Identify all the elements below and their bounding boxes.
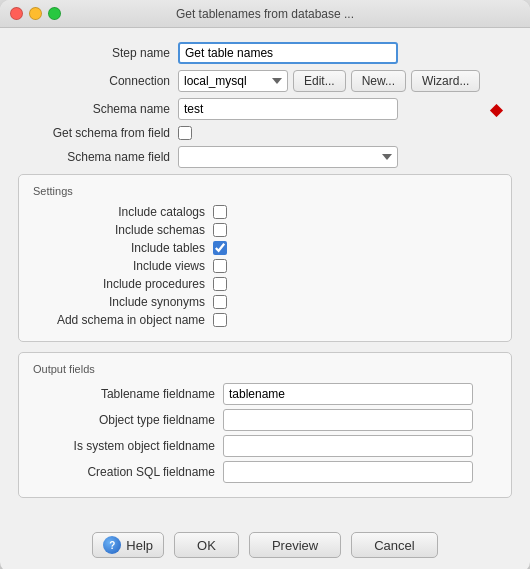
is-system-label: Is system object fieldname: [33, 439, 223, 453]
new-button[interactable]: New...: [351, 70, 406, 92]
traffic-lights: [10, 7, 61, 20]
schema-name-label: Schema name: [18, 102, 178, 116]
include-schemas-checkbox[interactable]: [213, 223, 227, 237]
close-button[interactable]: [10, 7, 23, 20]
output-fields-label: Output fields: [33, 363, 497, 375]
include-synonyms-label: Include synonyms: [33, 295, 213, 309]
include-tables-checkbox[interactable]: [213, 241, 227, 255]
main-window: Get tablenames from database ... Step na…: [0, 0, 530, 569]
is-system-input[interactable]: [223, 435, 473, 457]
schema-field-row: Schema name field: [18, 146, 512, 168]
connection-row: Connection local_mysql Edit... New... Wi…: [18, 70, 512, 92]
add-schema-checkbox[interactable]: [213, 313, 227, 327]
connection-label: Connection: [18, 74, 178, 88]
preview-button[interactable]: Preview: [249, 532, 341, 558]
object-type-input[interactable]: [223, 409, 473, 431]
get-schema-checkbox[interactable]: [178, 126, 192, 140]
step-name-row: Step name: [18, 42, 512, 64]
include-synonyms-checkbox[interactable]: [213, 295, 227, 309]
help-globe-icon: ?: [103, 536, 121, 554]
include-schemas-label: Include schemas: [33, 223, 213, 237]
help-label: Help: [126, 538, 153, 553]
schema-field-select[interactable]: [178, 146, 398, 168]
tablename-row: Tablename fieldname: [33, 383, 497, 405]
step-name-label: Step name: [18, 46, 178, 60]
include-tables-row: Include tables: [33, 241, 497, 255]
creation-sql-row: Creation SQL fieldname: [33, 461, 497, 483]
include-views-checkbox[interactable]: [213, 259, 227, 273]
creation-sql-label: Creation SQL fieldname: [33, 465, 223, 479]
schema-name-input[interactable]: [178, 98, 398, 120]
wizard-button[interactable]: Wizard...: [411, 70, 480, 92]
creation-sql-input[interactable]: [223, 461, 473, 483]
settings-section: Settings Include catalogs Include schema…: [18, 174, 512, 342]
output-fields-section: Output fields Tablename fieldname Object…: [18, 352, 512, 498]
include-synonyms-row: Include synonyms: [33, 295, 497, 309]
edit-button[interactable]: Edit...: [293, 70, 346, 92]
include-catalogs-label: Include catalogs: [33, 205, 213, 219]
include-schemas-row: Include schemas: [33, 223, 497, 237]
tablename-label: Tablename fieldname: [33, 387, 223, 401]
schema-field-label: Schema name field: [18, 150, 178, 164]
include-procedures-checkbox[interactable]: [213, 277, 227, 291]
include-procedures-row: Include procedures: [33, 277, 497, 291]
maximize-button[interactable]: [48, 7, 61, 20]
footer-bar: ? Help OK Preview Cancel: [0, 522, 530, 569]
include-views-label: Include views: [33, 259, 213, 273]
cancel-button[interactable]: Cancel: [351, 532, 437, 558]
settings-label: Settings: [33, 185, 497, 197]
get-schema-label: Get schema from field: [18, 126, 178, 140]
minimize-button[interactable]: [29, 7, 42, 20]
get-schema-row: Get schema from field: [18, 126, 512, 140]
tablename-input[interactable]: [223, 383, 473, 405]
include-procedures-label: Include procedures: [33, 277, 213, 291]
dialog-content: Step name Connection local_mysql Edit...…: [0, 28, 530, 522]
title-bar: Get tablenames from database ...: [0, 0, 530, 28]
step-name-input[interactable]: [178, 42, 398, 64]
ok-button[interactable]: OK: [174, 532, 239, 558]
add-schema-label: Add schema in object name: [33, 313, 213, 327]
include-catalogs-row: Include catalogs: [33, 205, 497, 219]
schema-name-row: Schema name ◆: [18, 98, 512, 120]
include-views-row: Include views: [33, 259, 497, 273]
help-button[interactable]: ? Help: [92, 532, 164, 558]
include-catalogs-checkbox[interactable]: [213, 205, 227, 219]
object-type-row: Object type fieldname: [33, 409, 497, 431]
include-tables-label: Include tables: [33, 241, 213, 255]
object-type-label: Object type fieldname: [33, 413, 223, 427]
schema-warning-icon: ◆: [490, 100, 502, 119]
connection-select[interactable]: local_mysql: [178, 70, 288, 92]
is-system-row: Is system object fieldname: [33, 435, 497, 457]
add-schema-row: Add schema in object name: [33, 313, 497, 327]
window-title: Get tablenames from database ...: [176, 7, 354, 21]
